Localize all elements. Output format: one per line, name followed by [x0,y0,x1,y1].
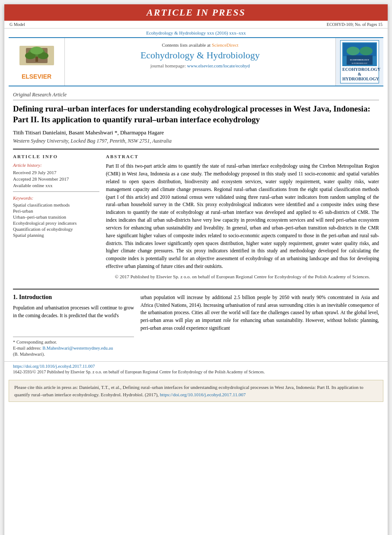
intro-number: 1. [13,294,18,300]
keywords-label: Keywords: [13,195,99,201]
email-note: E-mail address: B.Maheshwari@westernsydn… [13,346,134,350]
article-info-abstract-section: ARTICLE INFO Article history: Received 2… [13,149,379,279]
article-in-press-header: ARTICLE IN PRESS [4,4,388,21]
homepage-url: www.elsevier.com/locate/ecohyd [187,63,250,68]
doi-footer: https://doi.org/10.1016/j.ecohyd.2017.11… [4,361,388,376]
svg-text:& HYDROBIOLOGY: & HYDROBIOLOGY [352,62,367,64]
email-label: E-mail address: [13,346,41,350]
contents-text: Contents lists available at [162,42,210,48]
elsevier-logo-area: ELSEVIER [9,38,65,86]
svg-point-9 [347,47,360,55]
authors-text: Titih Titisari Danielaini, Basant Mahesh… [13,129,164,136]
abstract-column: ABSTRACT Part II of this two-part articl… [106,154,379,279]
intro-right-col: urban population will increase by additi… [140,294,379,358]
article-type: Original Research Article [13,92,379,100]
introduction-section: 1. Introduction Population and urbanisat… [4,294,388,358]
journal-cover-svg: ECOHYDROLOGY & HYDROBIOLOGY [342,42,377,66]
journal-right-logo-area: ECOHYDROLOGY & HYDROBIOLOGY ECOHYDROLOGY… [336,38,383,86]
article-authors: Titih Titisari Danielaini, Basant Mahesh… [13,129,379,136]
received-date: Received 29 July 2017 [13,170,99,175]
journal-link-text: Ecohydrology & Hydrobiology xxx (2016) x… [146,30,246,35]
article-content: Original Research Article Defining rural… [4,86,388,284]
intro-left-text: Population and urbanisation processes wi… [13,304,134,320]
email-name-note: (B. Maheshwari). [13,352,134,357]
history-label: Article history: [13,162,99,168]
header-meta: G Model ECOHYD-169; No. of Pages 15 [4,21,388,29]
email-link[interactable]: B.Maheshwari@westernsydney.edu.au [42,346,113,350]
journal-right-logo: ECOHYDROLOGY & HYDROBIOLOGY ECOHYDROLOGY… [340,40,379,83]
keyword-2: Peri-urban [13,208,99,213]
keyword-3: Urban–peri-urban transition [13,214,99,220]
intro-left-col: 1. Introduction Population and urbanisat… [13,294,134,358]
svg-point-10 [360,47,373,55]
available-date: Available online xxx [13,183,99,188]
abstract-copyright: © 2017 Published by Elsevier Sp. z o.o. … [106,274,379,279]
abstract-text: Part II of this two-part article aims to… [106,162,379,270]
right-logo-title: ECOHYDROLOGY & HYDROBIOLOGY [342,67,377,81]
svg-rect-5 [35,57,38,62]
intro-heading: 1. Introduction [13,294,134,301]
doi-copyright: 1642-3593/© 2017 Published by Elsevier S… [13,369,379,374]
elsevier-logo: ELSEVIER [17,44,56,80]
article-info-column: ARTICLE INFO Article history: Received 2… [13,154,99,279]
keyword-4: Ecohydrological proxy indicators [13,220,99,226]
accepted-date: Accepted 28 November 2017 [13,176,99,182]
article-in-press-text: ARTICLE IN PRESS [147,7,245,18]
svg-point-6 [30,47,43,54]
citation-text: Please cite this article in press as: Da… [14,384,378,398]
keyword-5: Quantification of ecohydrology [13,226,99,232]
page: ARTICLE IN PRESS G Model ECOHYD-169; No.… [4,4,388,535]
journal-link[interactable]: Ecohydrology & Hydrobiology xxx (2016) x… [4,29,388,37]
journal-title: Ecohydrology & Hydrobiology [69,50,331,61]
svg-text:ECOHYDROLOGY: ECOHYDROLOGY [350,59,370,61]
doi-link[interactable]: https://doi.org/10.1016/j.ecohyd.2017.11… [13,364,379,369]
article-id-text: ECOHYD-169; No. of Pages 15 [327,22,382,27]
journal-header: ELSEVIER Contents lists available at Sci… [9,37,383,86]
homepage-label: journal homepage: [150,63,186,68]
section-divider [13,289,379,290]
article-affiliation: Western Sydney University, Locked Bag 17… [13,138,379,144]
keyword-6: Spatial planning [13,232,99,238]
journal-center: Contents lists available at ScienceDirec… [65,38,336,86]
article-title: Defining rural–urban interfaces for unde… [13,104,379,125]
corresponding-label: * Corresponding author. [13,340,57,344]
sciencedirect-link[interactable]: ScienceDirect [212,42,239,48]
info-divider [13,191,99,192]
g-model-text: G Model [10,22,25,27]
intro-right-text: urban population will increase by additi… [140,294,379,332]
keyword-1: Spatial classification methods [13,202,99,207]
corresponding-note: * Corresponding author. [13,340,134,344]
footnote-section: * Corresponding author. E-mail address: … [13,337,134,357]
elsevier-wordmark: ELSEVIER [17,73,56,80]
citation-link[interactable]: https://doi.org/10.1016/j.ecohyd.2017.11… [160,392,246,397]
abstract-heading: ABSTRACT [106,154,379,159]
intro-title: Introduction [19,294,52,300]
journal-homepage: journal homepage: www.elsevier.com/locat… [69,63,331,68]
citation-box: Please cite this article in press as: Da… [9,380,383,402]
article-info-heading: ARTICLE INFO [13,154,99,159]
contents-line: Contents lists available at ScienceDirec… [69,42,331,48]
elsevier-tree-svg [17,44,56,70]
